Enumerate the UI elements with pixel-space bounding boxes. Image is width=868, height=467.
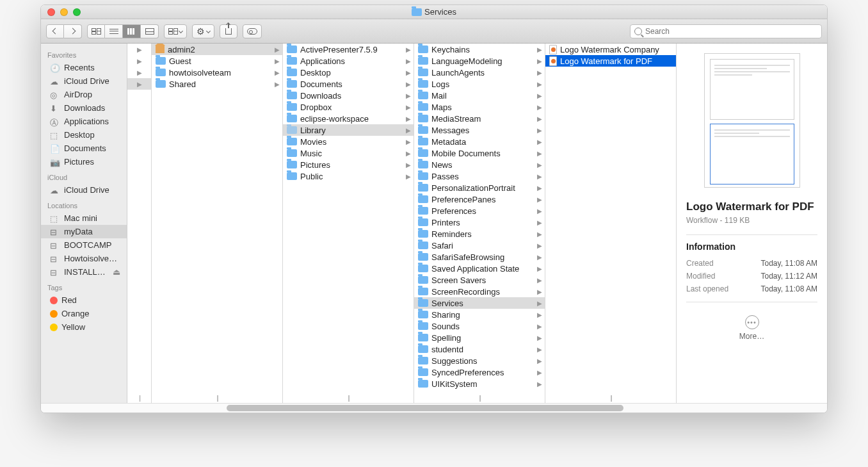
- file-row[interactable]: Desktop▶: [283, 67, 414, 78]
- sidebar-item-iclouddrive[interactable]: ☁iCloud Drive: [41, 74, 127, 88]
- file-row[interactable]: Sharing▶: [414, 309, 545, 320]
- file-row[interactable]: Passes▶: [414, 170, 545, 182]
- sidebar-item-macmini[interactable]: ⬚Mac mini: [41, 211, 127, 225]
- file-row[interactable]: Preferences▶: [414, 205, 545, 217]
- sidebar-item-downloads[interactable]: ⬇Downloads: [41, 101, 127, 115]
- file-row[interactable]: MediaStream▶: [414, 113, 545, 124]
- file-row[interactable]: Dropbox▶: [283, 101, 414, 113]
- column-1[interactable]: admin2▶Guest▶howtoisolveteam▶Shared▶||: [152, 44, 283, 403]
- view-list-button[interactable]: [105, 24, 123, 38]
- file-row[interactable]: Safari▶: [414, 240, 545, 251]
- file-row[interactable]: Keychains▶: [414, 44, 545, 55]
- file-row[interactable]: admin2▶: [152, 44, 282, 55]
- sidebar-item-recents[interactable]: 🕘Recents: [41, 61, 127, 74]
- sidebar-item-pictures[interactable]: 📷Pictures: [41, 155, 127, 168]
- file-row[interactable]: Spelling▶: [414, 332, 545, 343]
- search-field[interactable]: [630, 24, 822, 38]
- file-row[interactable]: Documents▶: [283, 78, 414, 90]
- column-resize-handle[interactable]: ||: [139, 395, 140, 402]
- eject-icon[interactable]: ⏏: [113, 267, 120, 277]
- tags-button[interactable]: [243, 24, 262, 38]
- file-row[interactable]: Suggestions▶: [414, 355, 545, 366]
- sidebar-item-bootcamp[interactable]: ⊟BOOTCAMP: [41, 238, 127, 252]
- column-resize-handle[interactable]: ||: [610, 395, 611, 402]
- file-row[interactable]: ScreenRecordings▶: [414, 286, 545, 297]
- file-row[interactable]: Shared▶: [152, 78, 282, 90]
- sidebar-item-airdrop[interactable]: ◎AirDrop: [41, 88, 127, 101]
- file-row[interactable]: Library▶: [283, 124, 414, 136]
- column-0[interactable]: ▶▶▶▶||: [127, 44, 152, 403]
- file-row[interactable]: Public▶: [283, 170, 414, 182]
- file-row[interactable]: ▶: [127, 78, 151, 90]
- file-row[interactable]: LaunchAgents▶: [414, 67, 545, 78]
- file-row[interactable]: LanguageModeling▶: [414, 55, 545, 67]
- horizontal-scrollbar[interactable]: [41, 403, 827, 413]
- file-row[interactable]: Downloads▶: [283, 90, 414, 101]
- file-row[interactable]: howtoisolveteam▶: [152, 67, 282, 78]
- file-row[interactable]: Logs▶: [414, 78, 545, 90]
- row-label: ActivePresenter7.5.9: [300, 45, 378, 54]
- action-button[interactable]: ⚙: [192, 24, 214, 38]
- column-4[interactable]: Logo Watermark CompanyLogo Watermark for…: [545, 44, 677, 403]
- search-input[interactable]: [645, 27, 817, 36]
- column-resize-handle[interactable]: ||: [479, 395, 479, 402]
- file-row[interactable]: SafariSafeBrowsing▶: [414, 251, 545, 263]
- file-row[interactable]: Maps▶: [414, 101, 545, 113]
- file-row[interactable]: studentd▶: [414, 343, 545, 355]
- file-row[interactable]: Music▶: [283, 147, 414, 159]
- column-resize-handle[interactable]: ||: [348, 395, 348, 402]
- file-row[interactable]: Pictures▶: [283, 159, 414, 170]
- file-row[interactable]: UIKitSystem▶: [414, 378, 545, 389]
- arrange-button[interactable]: [164, 24, 187, 38]
- sidebar-item-applications[interactable]: ⒶApplications: [41, 115, 127, 128]
- file-row[interactable]: SyncedPreferences▶: [414, 366, 545, 378]
- file-row[interactable]: News▶: [414, 159, 545, 170]
- share-button[interactable]: [220, 24, 237, 38]
- view-grid-button[interactable]: [87, 24, 105, 38]
- file-row[interactable]: Metadata▶: [414, 136, 545, 147]
- file-row[interactable]: Sounds▶: [414, 320, 545, 332]
- sidebar-item-iclouddrive[interactable]: ☁iCloud Drive: [41, 183, 127, 197]
- more-button[interactable]: ••• More…: [686, 315, 817, 341]
- file-row[interactable]: ActivePresenter7.5.9▶: [283, 44, 414, 55]
- file-row[interactable]: Logo Watermark Company: [545, 44, 676, 55]
- file-row[interactable]: Services▶: [414, 297, 545, 309]
- view-columns-button[interactable]: [123, 24, 141, 38]
- file-row[interactable]: ▶: [127, 55, 151, 67]
- column-resize-handle[interactable]: ||: [216, 395, 217, 402]
- view-gallery-button[interactable]: [141, 24, 159, 38]
- sidebar-item-orange[interactable]: Orange: [41, 307, 127, 320]
- file-row[interactable]: eclipse-workspace▶: [283, 113, 414, 124]
- file-row[interactable]: Logo Watermark for PDF: [545, 55, 676, 67]
- file-row[interactable]: Mail▶: [414, 90, 545, 101]
- file-row[interactable]: Reminders▶: [414, 228, 545, 240]
- file-row[interactable]: PreferencePanes▶: [414, 193, 545, 205]
- file-row[interactable]: Screen Savers▶: [414, 274, 545, 286]
- column-3[interactable]: Keychains▶LanguageModeling▶LaunchAgents▶…: [414, 44, 545, 403]
- sidebar-item-yellow[interactable]: Yellow: [41, 320, 127, 334]
- file-row[interactable]: PersonalizationPortrait▶: [414, 182, 545, 193]
- back-button[interactable]: [46, 24, 64, 38]
- sidebar-item-howtoisolve[interactable]: ⊟Howtoisolve…: [41, 252, 127, 265]
- file-row[interactable]: Movies▶: [283, 136, 414, 147]
- file-row[interactable]: Applications▶: [283, 55, 414, 67]
- file-row[interactable]: Mobile Documents▶: [414, 147, 545, 159]
- file-row[interactable]: ▶: [127, 44, 151, 55]
- file-row[interactable]: Messages▶: [414, 124, 545, 136]
- sidebar-item-desktop[interactable]: ⬚Desktop: [41, 128, 127, 142]
- sidebar-item-mydata[interactable]: ⊟myData: [41, 225, 127, 238]
- file-row[interactable]: Saved Application State▶: [414, 263, 545, 274]
- forward-button[interactable]: [64, 24, 82, 38]
- column-2[interactable]: ActivePresenter7.5.9▶Applications▶Deskto…: [283, 44, 414, 403]
- titlebar[interactable]: Services: [41, 5, 827, 19]
- file-row[interactable]: Printers▶: [414, 217, 545, 228]
- sidebar-item-documents[interactable]: 📄Documents: [41, 142, 127, 155]
- scroll-thumb[interactable]: [227, 405, 623, 411]
- sidebar-item-red[interactable]: Red: [41, 293, 127, 307]
- preview-thumbnail[interactable]: [704, 53, 800, 188]
- file-row[interactable]: Guest▶: [152, 55, 282, 67]
- file-row[interactable]: ▶: [127, 67, 151, 78]
- sidebar-item-install[interactable]: ⊟INSTALL…⏏: [41, 265, 127, 279]
- row-label: Music: [300, 149, 322, 158]
- sidebar[interactable]: Favorites🕘Recents☁iCloud Drive◎AirDrop⬇D…: [41, 44, 127, 403]
